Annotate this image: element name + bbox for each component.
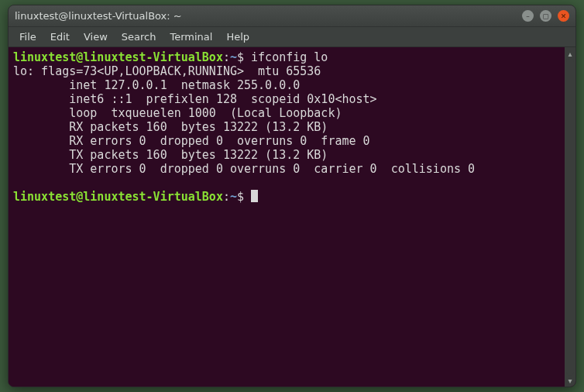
prompt-sigil: $ — [237, 190, 244, 204]
scroll-up-icon[interactable]: ▴ — [565, 49, 575, 58]
prompt-path: ~ — [230, 190, 237, 204]
prompt-sep: : — [223, 50, 230, 64]
prompt-path: ~ — [230, 50, 237, 64]
cursor-icon — [251, 190, 258, 202]
scrollbar[interactable]: ▴ ▾ — [565, 47, 575, 387]
minimize-button[interactable]: – — [522, 10, 534, 22]
output-line: TX packets 160 bytes 13222 (13.2 KB) — [13, 148, 328, 162]
window-title: linuxtest@linuxtest-VirtualBox: ~ — [15, 10, 522, 22]
close-button[interactable]: ✕ — [558, 10, 569, 22]
command-1: ifconfig lo — [251, 50, 328, 64]
output-line: loop txqueuelen 1000 (Local Loopback) — [13, 106, 342, 120]
output-line: TX errors 0 dropped 0 overruns 0 carrier… — [13, 162, 475, 176]
menubar: File Edit View Search Terminal Help — [9, 27, 575, 47]
output-line: lo: flags=73<UP,LOOPBACK,RUNNING> mtu 65… — [13, 64, 321, 78]
output-line: inet6 ::1 prefixlen 128 scopeid 0x10<hos… — [13, 92, 377, 106]
window-controls: – ▢ ✕ — [522, 10, 569, 22]
titlebar[interactable]: linuxtest@linuxtest-VirtualBox: ~ – ▢ ✕ — [9, 5, 575, 27]
maximize-button[interactable]: ▢ — [540, 10, 551, 22]
output-line: RX errors 0 dropped 0 overruns 0 frame 0 — [13, 134, 370, 148]
terminal-container: linuxtest@linuxtest-VirtualBox:~$ ifconf… — [9, 47, 575, 387]
prompt-sigil: $ — [237, 50, 244, 64]
scroll-down-icon[interactable]: ▾ — [565, 376, 575, 385]
prompt-sep: : — [223, 190, 230, 204]
prompt-userhost: linuxtest@linuxtest-VirtualBox — [13, 190, 223, 204]
command-text — [244, 50, 251, 64]
menu-edit[interactable]: Edit — [44, 29, 76, 44]
terminal-window: linuxtest@linuxtest-VirtualBox: ~ – ▢ ✕ … — [8, 5, 576, 387]
output-line: RX packets 160 bytes 13222 (13.2 KB) — [13, 120, 328, 134]
menu-file[interactable]: File — [13, 29, 43, 44]
menu-terminal[interactable]: Terminal — [163, 29, 218, 44]
scrollbar-track[interactable] — [566, 58, 574, 376]
terminal-output-area[interactable]: linuxtest@linuxtest-VirtualBox:~$ ifconf… — [9, 47, 565, 387]
menu-help[interactable]: Help — [220, 29, 256, 44]
menu-view[interactable]: View — [77, 29, 114, 44]
menu-search[interactable]: Search — [115, 29, 163, 44]
prompt-userhost: linuxtest@linuxtest-VirtualBox — [13, 50, 223, 64]
output-line: inet 127.0.0.1 netmask 255.0.0.0 — [13, 78, 300, 92]
